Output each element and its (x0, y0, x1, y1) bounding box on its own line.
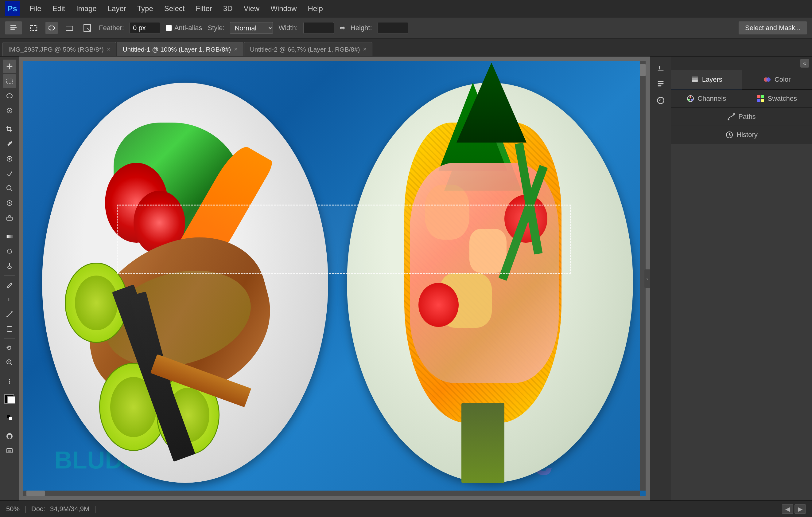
brush-tool[interactable] (3, 167, 16, 180)
glyph-tool-strip[interactable]: ¶ (653, 93, 668, 108)
quick-select-tool[interactable] (3, 104, 16, 117)
quick-mask-btn[interactable] (3, 430, 16, 443)
healing-tool[interactable] (3, 152, 16, 166)
style-dropdown[interactable]: Normal (230, 22, 273, 34)
svg-point-15 (7, 186, 11, 190)
color-swatch-area (2, 392, 17, 408)
eraser-tool[interactable] (3, 211, 16, 224)
svg-rect-0 (10, 25, 16, 26)
canvas-image[interactable]: BLUDLS € ⊕ (23, 61, 646, 496)
svg-point-21 (10, 282, 12, 284)
history-tab[interactable]: History (671, 126, 812, 144)
doc-tab-1-label: IMG_2937.JPG @ 50% (RGB/8*) (8, 46, 104, 53)
menu-type[interactable]: Type (132, 2, 158, 15)
channels-tab[interactable]: Channels (671, 90, 742, 108)
menu-window[interactable]: Window (265, 2, 301, 15)
marquee-tool[interactable] (3, 74, 16, 88)
layers-tab[interactable]: Layers (671, 70, 742, 89)
h-scrollbar-thumb[interactable] (26, 491, 45, 496)
doc-tab-1-close[interactable]: × (107, 46, 111, 53)
tomato-4 (418, 283, 459, 327)
svg-text:T: T (658, 65, 661, 70)
background-color[interactable] (7, 396, 16, 404)
select-mask-button[interactable]: Select and Mask... (738, 22, 807, 34)
scroll-right-btn[interactable]: ▶ (794, 505, 806, 514)
text-tool[interactable]: T (3, 293, 16, 306)
hand-tool[interactable] (3, 341, 16, 354)
eyedropper-tool[interactable] (3, 137, 16, 151)
width-input[interactable] (303, 22, 334, 34)
tool-selector[interactable] (5, 22, 22, 34)
paths-tab[interactable]: Paths (671, 108, 812, 126)
menu-3d[interactable]: 3D (218, 2, 238, 15)
svg-rect-37 (8, 450, 11, 452)
panel-collapse-btn[interactable]: « (800, 59, 809, 67)
shape-tool[interactable] (3, 322, 16, 336)
doc-size-value: 34,9M/34,9M (50, 505, 89, 513)
anti-alias-checkbox[interactable] (166, 25, 172, 31)
menu-select[interactable]: Select (159, 2, 190, 15)
svg-rect-57 (761, 99, 764, 102)
menu-view[interactable]: View (239, 2, 265, 15)
menu-file[interactable]: File (25, 2, 46, 15)
height-label: Height: (351, 24, 372, 32)
marquee-rect-btn[interactable] (28, 22, 40, 34)
svg-rect-42 (658, 85, 661, 87)
lasso-btn[interactable] (63, 22, 76, 34)
height-input[interactable] (378, 22, 408, 34)
horizontal-scrollbar[interactable] (23, 491, 640, 496)
panel-header: « (671, 56, 812, 70)
svg-point-4 (49, 26, 55, 30)
toolbar-divider-6 (4, 427, 15, 427)
history-brush-tool[interactable] (3, 196, 16, 210)
gradient-tool[interactable] (3, 230, 16, 243)
menu-image[interactable]: Image (71, 2, 102, 15)
status-divider-1: | (25, 505, 26, 513)
swatches-tab[interactable]: Swatches (742, 90, 812, 108)
doc-tab-3-close[interactable]: × (363, 46, 367, 53)
svg-rect-33 (9, 417, 12, 420)
toolbar-divider-3 (4, 275, 15, 276)
panel-tabs-row-3: Paths (671, 108, 812, 126)
scroll-left-btn[interactable]: ◀ (782, 505, 793, 514)
lasso-tool[interactable] (3, 89, 16, 103)
doc-tab-3[interactable]: Untitled-2 @ 66,7% (Layer 1, RGB/8#) × (244, 42, 372, 56)
doc-tab-2-close[interactable]: × (234, 46, 238, 53)
paragraph-tool-strip[interactable] (653, 76, 668, 91)
dodge-tool[interactable] (3, 259, 16, 273)
svg-point-9 (7, 94, 12, 98)
swatches-tab-label: Swatches (768, 94, 797, 103)
svg-rect-46 (692, 78, 698, 80)
move-tool[interactable] (3, 60, 16, 73)
menubar: Ps File Edit Image Layer Type Select Fil… (0, 0, 812, 17)
pen-tool[interactable] (3, 278, 16, 292)
canvas-inner: BLUDLS € ⊕ (23, 61, 646, 496)
menu-edit[interactable]: Edit (48, 2, 70, 15)
default-colors-icon[interactable] (3, 411, 16, 424)
type-tool-strip[interactable]: T (653, 60, 668, 75)
color-tab[interactable]: Color (742, 70, 812, 89)
menu-layer[interactable]: Layer (103, 2, 131, 15)
magic-wand-btn[interactable] (81, 22, 93, 34)
menu-filter[interactable]: Filter (191, 2, 217, 15)
crop-tool[interactable] (3, 123, 16, 136)
svg-rect-17 (7, 235, 12, 238)
clone-stamp-tool[interactable] (3, 182, 16, 195)
v-scrollbar-thumb[interactable] (640, 64, 646, 76)
feather-input[interactable] (129, 22, 160, 34)
zoom-tool[interactable] (3, 356, 16, 369)
menu-help[interactable]: Help (303, 2, 328, 15)
marquee-oval-btn[interactable] (46, 22, 58, 34)
panel-content (671, 144, 812, 500)
screen-mode-btn[interactable] (3, 444, 16, 458)
extra-tools[interactable] (3, 375, 16, 388)
svg-point-29 (9, 379, 10, 380)
blur-tool[interactable] (3, 245, 16, 258)
history-tab-label: History (736, 131, 757, 139)
doc-tab-1[interactable]: IMG_2937.JPG @ 50% (RGB/8*) × (2, 42, 116, 56)
zoom-level: 50% (6, 505, 20, 513)
right-panel-collapse[interactable]: ‹ (644, 269, 650, 288)
style-label: Style: (207, 24, 225, 32)
doc-tab-2[interactable]: Untitled-1 @ 100% (Layer 1, RGB/8#) × (117, 42, 243, 56)
path-select-tool[interactable] (3, 307, 16, 321)
